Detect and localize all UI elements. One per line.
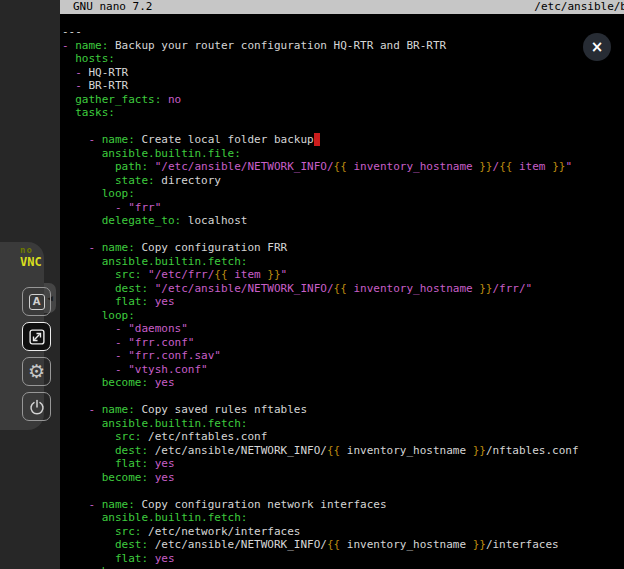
code-line: dest: /etc/ansible/NETWORK_INFO/{{ inven…	[62, 538, 624, 552]
code-line: flat: yes	[62, 457, 624, 471]
code-line: src: /etc/nftables.conf	[62, 430, 624, 444]
close-icon: ×	[591, 38, 604, 56]
nano-terminal: GNU nano 7.2 /etc/ansible/b ---- name: B…	[60, 0, 624, 569]
code-line: flat: yes	[62, 295, 624, 309]
code-line: - name: Copy saved rules nftables	[62, 403, 624, 417]
code-line: gather_facts: no	[62, 93, 624, 107]
novnc-logo-no: no	[20, 246, 42, 255]
keyboard-a-icon: A	[29, 294, 45, 310]
code-line: tasks:	[62, 106, 624, 120]
code-line: - "vtysh.conf"	[62, 363, 624, 377]
vnc-side-strip: ◀ no VNC A ⚙	[0, 0, 60, 569]
code-line: ansible.builtin.file:	[62, 147, 624, 161]
drag-viewport-button[interactable]	[22, 322, 51, 351]
code-line: - "daemons"	[62, 322, 624, 336]
code-line	[62, 228, 624, 242]
code-line: become: yes	[62, 376, 624, 390]
nano-titlebar: GNU nano 7.2 /etc/ansible/b	[60, 0, 624, 14]
code-line: src: /etc/network/interfaces	[62, 525, 624, 539]
editor-content[interactable]: ---- name: Backup your router configurat…	[62, 25, 624, 558]
code-line: ---	[62, 25, 624, 39]
drag-viewport-icon	[28, 328, 46, 346]
code-line: loop:	[62, 309, 624, 323]
power-button[interactable]	[22, 392, 51, 421]
extra-keys-button[interactable]: A	[22, 287, 51, 316]
code-line: - name: Create local folder backup	[62, 133, 624, 147]
code-line: src: "/etc/frr/{{ item }}"	[62, 268, 624, 282]
code-line: hosts:	[62, 52, 624, 66]
code-line: - "frr.conf"	[62, 336, 624, 350]
code-line: - "frr"	[62, 201, 624, 215]
code-line: ansible.builtin.fetch:	[62, 417, 624, 431]
code-line: flat: yes	[62, 552, 624, 566]
text-cursor	[314, 133, 321, 146]
code-line: - name: Copy configuration FRR	[62, 241, 624, 255]
close-button[interactable]: ×	[583, 33, 611, 61]
code-line: - name: Backup your router configuration…	[62, 39, 624, 53]
code-line: dest: "/etc/ansible/NETWORK_INFO/{{ inve…	[62, 282, 624, 296]
code-line	[62, 120, 624, 134]
code-line: - "frr.conf.sav"	[62, 349, 624, 363]
nano-version-label: GNU nano 7.2	[73, 0, 152, 14]
code-line: delegate_to: localhost	[62, 214, 624, 228]
code-line: path: "/etc/ansible/NETWORK_INFO/{{ inve…	[62, 160, 624, 174]
code-line	[62, 484, 624, 498]
code-line: ansible.builtin.fetch:	[62, 511, 624, 525]
settings-button[interactable]: ⚙	[22, 357, 51, 386]
power-icon	[28, 398, 46, 416]
code-line: - name: Copy configuration network inter…	[62, 498, 624, 512]
code-line: loop:	[62, 187, 624, 201]
code-line: - BR-RTR	[62, 79, 624, 93]
code-line: - HQ-RTR	[62, 66, 624, 80]
code-line: dest: /etc/ansible/NETWORK_INFO/{{ inven…	[62, 444, 624, 458]
novnc-logo-vnc: VNC	[20, 256, 42, 268]
code-line: ansible.builtin.fetch:	[62, 255, 624, 269]
code-line	[62, 390, 624, 404]
code-line: state: directory	[62, 174, 624, 188]
code-line: become: yes	[62, 471, 624, 485]
nano-filename-label: /etc/ansible/b	[534, 0, 624, 14]
code-line: become: yes	[62, 565, 624, 569]
novnc-logo: no VNC	[20, 246, 42, 268]
gear-icon: ⚙	[28, 362, 45, 381]
